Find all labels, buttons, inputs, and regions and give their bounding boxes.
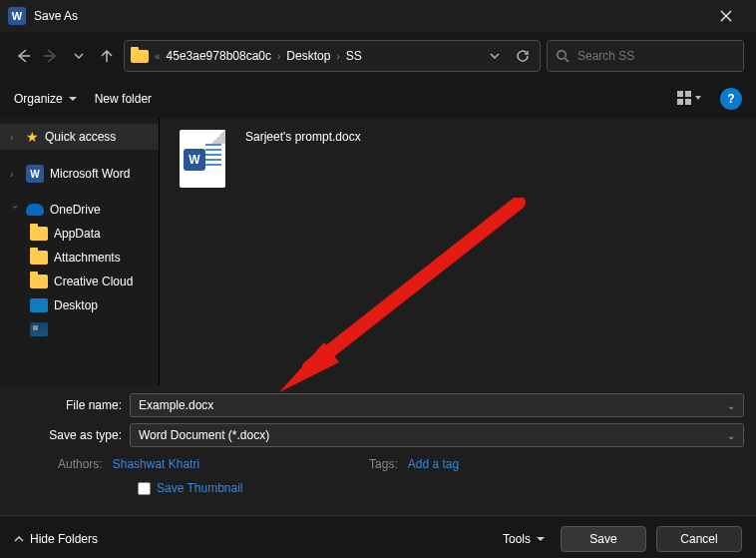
authors-link[interactable]: Shashwat Khatri (113, 457, 199, 471)
organize-button[interactable]: Organize (14, 92, 77, 106)
cancel-button[interactable]: Cancel (656, 526, 742, 552)
save-button[interactable]: Save (561, 526, 646, 552)
close-button[interactable] (704, 0, 748, 32)
chevron-right-icon: › (336, 51, 339, 62)
sidebar-microsoft-word[interactable]: › W Microsoft Word (0, 160, 159, 188)
filename-input[interactable]: Example.docx ⌄ (130, 393, 744, 417)
sidebar-item-appdata[interactable]: AppData (0, 222, 159, 246)
folder-icon (30, 251, 48, 265)
svg-rect-1 (677, 91, 683, 97)
svg-rect-3 (677, 99, 683, 105)
sidebar-item-more[interactable] (0, 317, 159, 341)
sidebar-item-attachments[interactable]: Attachments (0, 246, 159, 270)
file-thumbnail: W (180, 130, 225, 188)
chevron-right-icon: › (277, 51, 280, 62)
tags-label: Tags: (369, 457, 398, 471)
help-button[interactable]: ? (720, 88, 742, 110)
annotation-arrow (269, 198, 529, 407)
up-button[interactable] (96, 41, 118, 71)
tags-link[interactable]: Add a tag (408, 457, 459, 471)
file-name-label: Sarjeet's prompt.docx (243, 130, 361, 144)
path-segment[interactable]: Desktop (286, 49, 330, 63)
word-icon: W (184, 149, 205, 171)
sidebar-item-creative-cloud[interactable]: Creative Cloud (0, 270, 159, 293)
svg-rect-4 (685, 99, 691, 105)
forward-button[interactable] (40, 41, 62, 71)
chevron-right-icon: › (10, 132, 20, 143)
desktop-icon (30, 298, 48, 312)
sidebar-quick-access[interactable]: › ★ Quick access (0, 124, 159, 150)
folder-icon (30, 275, 48, 288)
window-title: Save As (34, 9, 78, 23)
svg-point-0 (558, 51, 566, 59)
folder-icon (30, 227, 48, 241)
filename-label: File name: (12, 398, 130, 412)
cloud-icon (26, 204, 44, 216)
dropdown-icon[interactable]: ⌄ (727, 430, 735, 441)
svg-rect-2 (685, 91, 691, 97)
path-dropdown-button[interactable] (484, 41, 506, 71)
savetype-label: Save as type: (12, 428, 130, 442)
star-icon: ★ (26, 129, 39, 145)
path-segment[interactable]: 45e3ae978b08ca0c (167, 49, 271, 63)
new-folder-button[interactable]: New folder (95, 92, 152, 106)
dropdown-icon[interactable]: ⌄ (727, 400, 735, 411)
sidebar-item-desktop[interactable]: Desktop (0, 293, 159, 317)
sidebar-onedrive[interactable]: › OneDrive (0, 198, 159, 222)
save-thumbnail-label[interactable]: Save Thumbnail (157, 481, 243, 495)
chevron-down-icon: › (10, 205, 21, 215)
word-app-icon: W (8, 7, 26, 25)
folder-icon (131, 50, 149, 63)
file-item[interactable]: W (172, 130, 233, 188)
path-segment[interactable]: SS (346, 49, 362, 63)
back-button[interactable] (12, 41, 34, 71)
authors-label: Authors: (58, 457, 103, 471)
view-options-button[interactable] (674, 86, 706, 112)
search-icon (556, 49, 569, 63)
refresh-button[interactable] (512, 41, 534, 71)
search-box[interactable] (547, 40, 744, 72)
search-input[interactable] (577, 49, 735, 63)
save-thumbnail-checkbox[interactable] (138, 482, 151, 495)
word-icon: W (26, 165, 44, 183)
address-bar[interactable]: « 45e3ae978b08ca0c › Desktop › SS (124, 40, 541, 72)
file-list[interactable]: W Sarjeet's prompt.docx (160, 118, 756, 385)
hide-folders-button[interactable]: Hide Folders (14, 532, 98, 546)
folder-icon (30, 322, 48, 336)
svg-marker-5 (279, 342, 339, 392)
chevron-left-icon: « (155, 51, 161, 62)
sidebar: › ★ Quick access › W Microsoft Word › On… (0, 118, 160, 385)
chevron-right-icon: › (10, 169, 20, 180)
savetype-select[interactable]: Word Document (*.docx) ⌄ (130, 423, 744, 447)
tools-button[interactable]: Tools (497, 532, 551, 546)
recent-locations-button[interactable] (68, 41, 90, 71)
